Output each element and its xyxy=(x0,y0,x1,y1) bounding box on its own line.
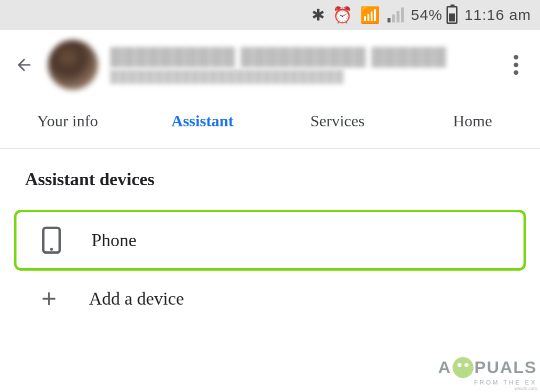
cell-signal-icon xyxy=(388,7,404,22)
tab-your-info[interactable]: Your info xyxy=(0,95,135,148)
wm-text-a: A xyxy=(438,358,452,377)
device-label: Phone xyxy=(92,230,136,251)
tab-label: Home xyxy=(453,112,492,130)
mascot-icon xyxy=(452,357,474,378)
android-status-bar: ✱ ⏰ 📶 54% 11:16 am xyxy=(0,0,540,30)
add-device-row[interactable]: + Add a device xyxy=(25,271,515,327)
clock-text: 11:16 am xyxy=(464,6,531,23)
tab-label: Services xyxy=(310,112,364,130)
section-title: Assistant devices xyxy=(25,169,515,190)
tab-label: Your info xyxy=(37,112,98,130)
phone-icon xyxy=(38,226,66,254)
battery-status: 54% xyxy=(411,6,458,24)
profile-avatar[interactable] xyxy=(48,40,98,90)
alarm-icon: ⏰ xyxy=(332,7,353,23)
appuals-watermark: APUALS FROM THE EX xyxy=(438,357,537,386)
wifi-icon: 📶 xyxy=(360,7,380,23)
back-button[interactable] xyxy=(12,53,36,77)
more-vert-icon xyxy=(514,55,518,75)
battery-percent-text: 54% xyxy=(411,6,442,23)
tab-home[interactable]: Home xyxy=(405,95,540,148)
svg-point-0 xyxy=(514,55,518,59)
profile-text-block: ██████████ ██████████ ██████ ███████████… xyxy=(110,47,492,83)
tab-label: Assistant xyxy=(172,112,234,130)
bluetooth-icon: ✱ xyxy=(312,7,326,23)
tab-bar: Your info Assistant Services Home xyxy=(0,95,540,149)
svg-point-1 xyxy=(514,62,518,67)
add-device-label: Add a device xyxy=(89,288,184,309)
svg-point-2 xyxy=(514,70,518,75)
app-header: ██████████ ██████████ ██████ ███████████… xyxy=(0,30,540,95)
assistant-devices-section: Assistant devices Phone + Add a device xyxy=(0,149,540,327)
arrow-left-icon xyxy=(14,55,34,74)
plus-icon: + xyxy=(35,285,63,313)
devices-list: Phone + Add a device xyxy=(25,210,515,327)
wm-sub: FROM THE EX xyxy=(438,379,537,386)
tab-services[interactable]: Services xyxy=(270,95,405,148)
source-text: wsxdn.com xyxy=(514,386,537,391)
tab-assistant[interactable]: Assistant xyxy=(135,95,270,148)
device-phone-row[interactable]: Phone xyxy=(14,210,526,271)
profile-email: ██████████████████████████ xyxy=(110,69,492,83)
profile-name: ██████████ ██████████ ██████ xyxy=(110,47,492,66)
overflow-menu-button[interactable] xyxy=(504,53,528,77)
battery-icon xyxy=(446,6,458,24)
wm-text-b: PUALS xyxy=(474,358,537,377)
svg-point-4 xyxy=(50,248,53,251)
